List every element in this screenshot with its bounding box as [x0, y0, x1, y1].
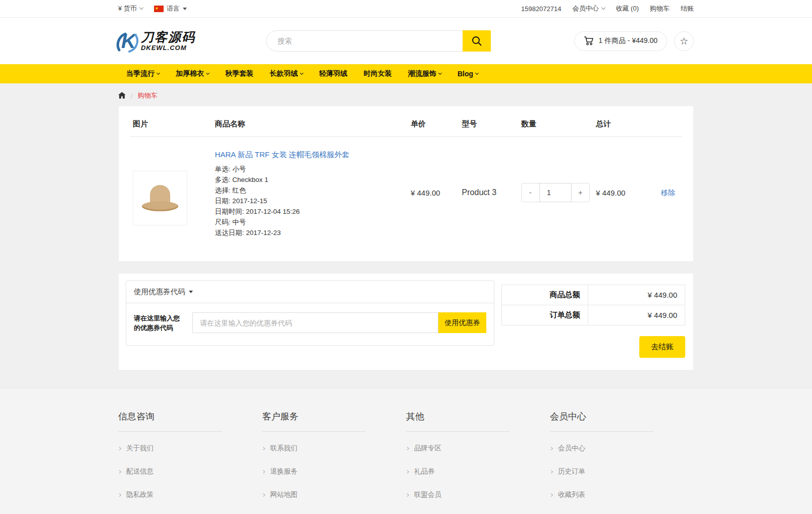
order-totals: 商品总额 ¥ 449.00 订单总额 ¥ 449.00 去结账: [501, 281, 686, 363]
footer-link-delivery-info[interactable]: 配送信息: [118, 467, 262, 476]
totals-row-subtotal: 商品总额 ¥ 449.00: [502, 285, 685, 305]
chevron-right-icon: [405, 470, 409, 474]
cn-flag-icon: ★: [154, 6, 164, 12]
logo-mark: K: [118, 31, 139, 51]
nav-item-trendy[interactable]: 潮流服饰: [400, 64, 449, 83]
chevron-right-icon: [405, 447, 409, 450]
main-content: / 购物车 图片 商品名称 单价 型号 数量 总计: [0, 83, 812, 388]
footer-link-member-center[interactable]: 会员中心: [550, 444, 694, 453]
chevron-down-icon: [601, 6, 605, 10]
shopping-cart-icon: [584, 36, 594, 45]
breadcrumb: / 购物车: [118, 83, 694, 106]
product-thumbnail[interactable]: [133, 171, 187, 225]
footer-link-sitemap[interactable]: 网站地图: [262, 490, 406, 499]
model-cell: Product 3: [459, 137, 518, 249]
subtotal-label: 商品总额: [502, 285, 588, 305]
member-center-link[interactable]: 会员中心: [573, 4, 605, 13]
order-total-label: 订单总额: [502, 305, 588, 325]
product-option: 尺码: 中号: [215, 217, 404, 228]
chevron-right-icon: [118, 493, 121, 497]
house-icon[interactable]: [118, 92, 126, 99]
col-header-quantity: 数量: [518, 112, 593, 137]
language-label: 语言: [167, 4, 180, 13]
quantity-decrease-button[interactable]: -: [521, 183, 540, 202]
magnifier-icon: [471, 35, 482, 46]
nav-item-padded-coats[interactable]: 加厚棉衣: [168, 64, 217, 83]
coupon-panel: 使用优惠券代码 请在这里输入您的优惠券代码 使用优惠券: [126, 281, 494, 346]
currency-selector[interactable]: ¥ 货币: [118, 4, 143, 13]
quantity-stepper: - +: [521, 183, 590, 202]
wishlist-button[interactable]: ☆: [674, 31, 694, 51]
footer-column-title: 信息咨询: [118, 410, 262, 423]
nav-item-autumn-sets[interactable]: 秋季套装: [217, 64, 262, 83]
breadcrumb-current[interactable]: 购物车: [138, 91, 158, 100]
logo-swoosh-icon: [115, 30, 141, 54]
totals-row-order-total: 订单总额 ¥ 449.00: [502, 305, 685, 325]
product-name-link[interactable]: HARA 新品 TRF 女装 连帽毛领棉服外套: [215, 150, 349, 160]
caret-down-icon: [183, 8, 187, 10]
cart-item-row: HARA 新品 TRF 女装 连帽毛领棉服外套 单选: 小号 多选: Check…: [130, 137, 682, 249]
coupon-code-input[interactable]: [192, 312, 438, 333]
chevron-down-icon: [139, 6, 143, 10]
chevron-right-icon: [262, 493, 265, 497]
checkout-link[interactable]: 结账: [681, 4, 694, 13]
product-option: 日期时间: 2017-12-04 15:26: [215, 207, 404, 217]
footer-link-gift-vouchers[interactable]: 礼品券: [406, 467, 550, 476]
phone-number: 15982072714: [521, 5, 562, 13]
go-to-checkout-button[interactable]: 去结账: [639, 336, 685, 358]
product-option: 多选: Checkbox 1: [215, 175, 404, 185]
footer-link-returns[interactable]: 退换服务: [262, 467, 406, 476]
divider: [550, 431, 653, 432]
footer-link-wishlist[interactable]: 收藏列表: [550, 490, 694, 499]
site-footer: 信息咨询 关于我们 配送信息 隐私政策 使用条款 客户服务 联系我们 退换服务 …: [0, 388, 812, 514]
chevron-right-icon: [549, 493, 553, 497]
site-logo[interactable]: K 刀客源码 DKEWL.COM: [118, 31, 262, 51]
footer-link-about-us[interactable]: 关于我们: [118, 444, 262, 453]
footer-column-customer-service: 客户服务 联系我们 退换服务 网站地图: [262, 410, 406, 514]
search-button[interactable]: [463, 30, 491, 52]
top-utility-bar: ¥ 货币 ★ 语言 15982072714 会员中心 收藏 (0) 购物车 结账: [0, 0, 812, 18]
col-header-total: 总计: [593, 112, 658, 137]
subtotal-value: ¥ 449.00: [588, 285, 685, 305]
col-header-name: 商品名称: [212, 112, 408, 137]
straw-hat-image: [142, 185, 178, 211]
header-cart-button[interactable]: 1 件商品 - ¥449.00: [574, 31, 667, 51]
chevron-right-icon: [118, 470, 121, 474]
nav-item-long-down[interactable]: 长款羽绒: [262, 64, 311, 83]
chevron-right-icon: [118, 447, 121, 450]
apply-coupon-button[interactable]: 使用优惠券: [438, 312, 486, 333]
remove-item-link[interactable]: 移除: [661, 189, 675, 197]
nav-item-light-down[interactable]: 轻薄羽绒: [311, 64, 356, 83]
unit-price-cell: ¥ 449.00: [408, 137, 459, 249]
logo-subtitle: DKEWL.COM: [141, 44, 195, 51]
line-total-cell: ¥ 449.00: [593, 137, 658, 249]
cart-table-card: 图片 商品名称 单价 型号 数量 总计: [118, 106, 694, 262]
footer-link-affiliates[interactable]: 联盟会员: [406, 490, 550, 499]
nav-item-blog[interactable]: Blog: [449, 64, 486, 83]
footer-link-order-history[interactable]: 历史订单: [550, 467, 694, 476]
search-bar: [266, 30, 491, 52]
cart-link[interactable]: 购物车: [650, 4, 670, 13]
quantity-increase-button[interactable]: +: [571, 183, 590, 202]
footer-column-title: 客户服务: [262, 410, 406, 423]
footer-link-privacy-policy[interactable]: 隐私政策: [118, 490, 262, 499]
footer-column-extras: 其他 品牌专区 礼品券 联盟会员 特别优惠: [406, 410, 550, 514]
footer-link-contact-us[interactable]: 联系我们: [262, 444, 406, 453]
language-selector[interactable]: ★ 语言: [154, 4, 187, 13]
nav-item-fashion-women[interactable]: 时尚女装: [356, 64, 400, 83]
main-navigation: 当季流行 加厚棉衣 秋季套装 长款羽绒 轻薄羽绒 时尚女装 潮流服饰 Blog: [0, 64, 812, 83]
footer-column-title: 其他: [406, 410, 550, 423]
chevron-right-icon: [549, 447, 553, 450]
wishlist-link[interactable]: 收藏 (0): [616, 4, 639, 13]
search-input[interactable]: [266, 30, 491, 52]
currency-label: ¥ 货币: [118, 4, 137, 13]
product-option: 选择: 红色: [215, 185, 404, 196]
footer-column-information: 信息咨询 关于我们 配送信息 隐私政策 使用条款: [118, 410, 262, 514]
chevron-right-icon: [405, 493, 409, 497]
product-option: 日期: 2017-12-15: [215, 196, 404, 207]
footer-link-brands[interactable]: 品牌专区: [406, 444, 550, 453]
coupon-panel-toggle[interactable]: 使用优惠券代码: [126, 281, 494, 303]
coupon-input-group: 使用优惠券: [192, 312, 486, 333]
quantity-input[interactable]: [539, 183, 572, 202]
nav-item-seasonal[interactable]: 当季流行: [118, 64, 168, 83]
